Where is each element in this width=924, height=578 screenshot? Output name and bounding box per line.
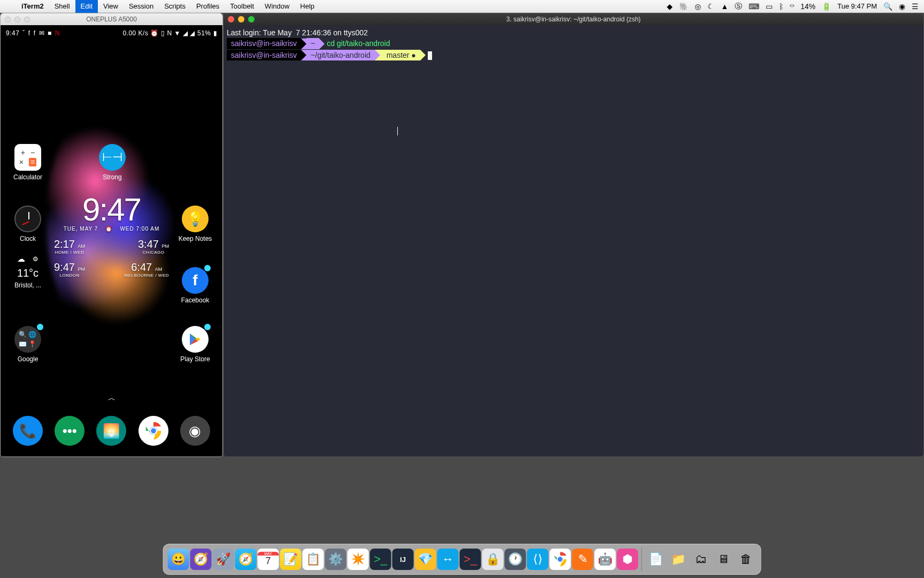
dock-camera[interactable]: ◉ xyxy=(180,416,210,446)
tray-keyboard-icon[interactable]: ⌨ xyxy=(749,2,759,11)
dock-teamviewer[interactable]: ↔ xyxy=(437,549,459,570)
menu-view[interactable]: View xyxy=(98,0,124,13)
term-icon: >_ xyxy=(464,552,477,566)
play-store-icon xyxy=(188,332,202,346)
cal-month: MAY xyxy=(258,552,279,556)
emulator-max-button[interactable] xyxy=(24,17,30,22)
app-strong[interactable]: ⊢⊣ Strong xyxy=(91,144,133,181)
sketch-icon: 💎 xyxy=(418,552,433,566)
dock-intellij[interactable]: IJ xyxy=(392,549,414,570)
app-calculator[interactable]: +− ×= Calculator xyxy=(7,144,49,181)
iterm-close-button[interactable] xyxy=(228,16,234,22)
tray-docker-icon[interactable]: ◆ xyxy=(667,2,673,11)
app-label: Strong xyxy=(103,173,121,181)
gear-icon[interactable]: ⚙ xyxy=(33,255,38,263)
alarm-icon: ⏰ xyxy=(105,226,112,232)
svg-point-4 xyxy=(557,556,563,562)
tray-s-icon[interactable]: Ⓢ xyxy=(735,2,742,11)
menu-window[interactable]: Window xyxy=(259,0,295,13)
menu-session[interactable]: Session xyxy=(124,0,159,13)
photo-icon: 🌅 xyxy=(103,423,120,439)
app-keep-notes[interactable]: 💡 Keep Notes xyxy=(174,206,216,242)
facebook-icon: f xyxy=(192,272,197,289)
folder-icon: 🗂 xyxy=(695,552,707,566)
iterm-max-button[interactable] xyxy=(248,16,255,22)
dock-timemachine[interactable]: 🕐 xyxy=(505,549,526,570)
phone-icon: 📞 xyxy=(19,423,36,439)
emulator-titlebar[interactable]: ONEPLUS A5000 xyxy=(1,13,222,25)
svg-point-2 xyxy=(150,428,157,434)
notification-badge xyxy=(204,265,211,271)
iterm-titlebar[interactable]: 3. saikrisv@in-saikrisv: ~/git/taiko-and… xyxy=(224,13,923,25)
menu-profiles[interactable]: Profiles xyxy=(191,0,225,13)
tray-battery-pct[interactable]: 14% xyxy=(800,2,815,11)
big-clock: 9:47 xyxy=(54,191,169,228)
clock-widget[interactable]: 9:47 TUE, MAY 7 ⏰ WED 7:00 AM 2:17 AMHOM… xyxy=(54,191,169,278)
tray-circle-icon[interactable]: ◎ xyxy=(695,2,701,11)
dock-finder[interactable]: 😀 xyxy=(168,549,189,570)
dock-safari-tech[interactable]: 🧭 xyxy=(190,549,212,570)
dock-genymotion[interactable]: ⬢ xyxy=(617,549,638,570)
dock-photos[interactable]: 🌅 xyxy=(96,416,126,446)
app-clock[interactable]: Clock xyxy=(7,206,49,242)
menubar-clock[interactable]: Tue 9:47 PM xyxy=(837,2,877,10)
dock-folder-2[interactable]: 📁 xyxy=(668,549,689,570)
app-google-folder[interactable]: 🔍🌐 ✉️📍 Google xyxy=(7,326,49,363)
tray-battery-icon[interactable]: 🔋 xyxy=(822,2,831,11)
dock-1password[interactable]: 🔒 xyxy=(482,549,504,570)
menu-toolbelt[interactable]: Toolbelt xyxy=(225,0,259,13)
dock-messages[interactable]: ••• xyxy=(55,416,84,446)
dock-calendar[interactable]: MAY 7 xyxy=(258,549,279,570)
dock-postman[interactable]: ✎ xyxy=(572,549,594,570)
dock-phone[interactable]: 📞 xyxy=(13,416,43,446)
menu-scripts[interactable]: Scripts xyxy=(159,0,191,13)
tray-postgres-icon[interactable]: 🐘 xyxy=(679,2,688,11)
app-label: Keep Notes xyxy=(179,235,212,242)
gear-icon: ⚙️ xyxy=(328,552,343,566)
tray-adobe-icon[interactable]: ▲ xyxy=(721,2,728,11)
dock-notes[interactable]: 📝 xyxy=(280,549,302,570)
dock-folder-4[interactable]: 🖥 xyxy=(713,549,734,570)
app-name-menu[interactable]: iTerm2 xyxy=(16,0,49,13)
emulator-close-button[interactable] xyxy=(5,17,11,22)
dock-chrome[interactable] xyxy=(550,549,571,570)
dock-vscode[interactable]: ⟨⟩ xyxy=(527,549,549,570)
iterm-min-button[interactable] xyxy=(238,16,244,22)
vscode-icon: ⟨⟩ xyxy=(533,552,543,566)
dock-folder-1[interactable]: 📄 xyxy=(645,549,667,570)
iterm-title: 3. saikrisv@in-saikrisv: ~/git/taiko-and… xyxy=(506,16,641,23)
dock-reminders[interactable]: 📋 xyxy=(303,549,324,570)
app-facebook[interactable]: f Facebook xyxy=(174,267,216,304)
dock-android-studio[interactable]: 🤖 xyxy=(595,549,616,570)
emulator-min-button[interactable] xyxy=(14,17,20,22)
dock-terminal[interactable]: >_ xyxy=(460,549,481,570)
tray-siri-icon[interactable]: ◉ xyxy=(899,2,905,11)
dock-trash[interactable]: 🗑 xyxy=(735,549,757,570)
tray-moon-icon[interactable]: ☾ xyxy=(707,2,714,11)
android-screen[interactable]: 9:47 ˇ f f ✉ ■ N 0.00 K/s ⏰ ▯ N ▼ ◢ ◢ 51… xyxy=(1,25,222,457)
menu-shell[interactable]: Shell xyxy=(49,0,75,13)
tray-wifi-icon[interactable]: ⌔ xyxy=(790,2,794,11)
dock-sketch[interactable]: 💎 xyxy=(415,549,436,570)
app-play-store[interactable]: Play Store xyxy=(174,326,216,363)
tray-notifications-icon[interactable]: ☰ xyxy=(912,2,919,11)
weather-city: Bristol, ... xyxy=(14,282,41,289)
clock-date-right: WED 7:00 AM xyxy=(120,226,159,232)
dock-preferences[interactable]: ⚙️ xyxy=(325,549,346,570)
tray-spotlight-icon[interactable]: 🔍 xyxy=(883,2,892,11)
tray-display-icon[interactable]: ▭ xyxy=(766,2,773,11)
dock-chrome[interactable] xyxy=(138,416,168,446)
menu-edit[interactable]: Edit xyxy=(75,0,98,13)
dock-launchpad[interactable]: 🚀 xyxy=(213,549,234,570)
dock-safari[interactable]: 🧭 xyxy=(235,549,257,570)
dumbbell-icon: ⊢⊣ xyxy=(102,150,122,164)
menu-help[interactable]: Help xyxy=(295,0,320,13)
dock-folder-3[interactable]: 🗂 xyxy=(690,549,712,570)
tray-bluetooth-icon[interactable]: ᛒ xyxy=(779,2,783,11)
dock-iterm[interactable]: >_ xyxy=(370,549,391,570)
weather-widget[interactable]: ☁ ⚙ 11°c Bristol, ... xyxy=(7,254,49,289)
terminal-area[interactable]: Last login: Tue May 7 21:46:36 on ttys00… xyxy=(224,25,923,63)
camera-icon: ◉ xyxy=(189,423,201,439)
dock-slack[interactable]: ✴️ xyxy=(348,549,369,570)
app-drawer-handle[interactable]: ︿ xyxy=(108,393,116,403)
